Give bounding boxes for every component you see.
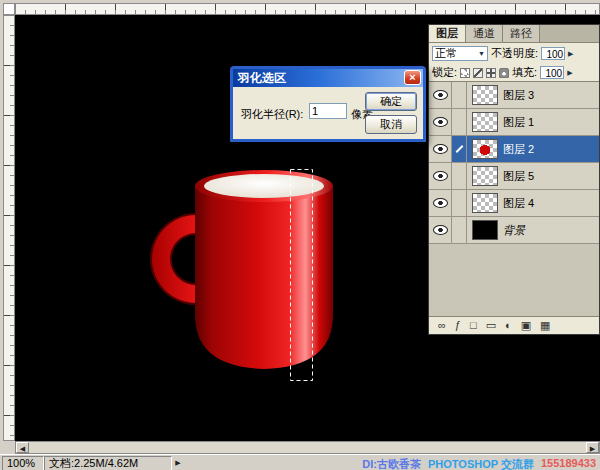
chevron-down-icon: ▼	[478, 50, 485, 57]
layer-thumbnail[interactable]	[472, 112, 498, 132]
blend-mode-value: 正常	[435, 46, 457, 61]
lock-transparency-icon[interactable]	[460, 68, 470, 78]
eye-icon	[433, 90, 448, 100]
lock-position-icon[interactable]	[486, 68, 496, 78]
panel-tabs: 图层 通道 路径	[429, 25, 599, 43]
visibility-cell[interactable]	[429, 136, 452, 162]
layer-thumbnail[interactable]	[472, 85, 498, 105]
layer-row[interactable]: 图层 1	[429, 109, 599, 136]
close-icon[interactable]: ×	[404, 70, 421, 85]
new-layer-icon[interactable]: ▣	[521, 318, 531, 333]
layer-row[interactable]: 背景	[429, 217, 599, 244]
fill-label: 填充:	[512, 65, 537, 80]
layer-row[interactable]: 图层 2	[429, 136, 599, 163]
dialog-titlebar[interactable]: 羽化选区 ×	[233, 69, 423, 87]
link-cell[interactable]	[452, 217, 467, 243]
dialog-body: 羽化半径(R): 像素 确定 取消	[233, 87, 423, 139]
layer-name: 图层 1	[503, 115, 534, 130]
eye-icon	[433, 144, 448, 154]
watermark-part: 155189433	[541, 457, 596, 470]
watermark-part: DI:古欧香茶	[362, 457, 421, 470]
adjustment-layer-icon[interactable]: ◐	[505, 318, 512, 333]
cancel-button[interactable]: 取消	[365, 115, 417, 134]
layer-thumbnail[interactable]	[472, 220, 498, 240]
panel-tab[interactable]: 通道	[466, 25, 503, 42]
layer-name: 背景	[503, 223, 525, 238]
opacity-value[interactable]: 100	[541, 47, 565, 60]
watermark-text: DI:古欧香茶 PHOTOSHOP 交流群 155189433	[362, 457, 596, 470]
link-cell[interactable]	[452, 136, 467, 162]
new-group-icon[interactable]: ▭	[486, 318, 496, 333]
status-bar: 100% 文档:2.25M/4.62M ▶ DI:古欧香茶 PHOTOSHOP …	[0, 454, 600, 470]
delete-layer-icon[interactable]: ▦	[540, 318, 550, 333]
layer-name: 图层 4	[503, 196, 534, 211]
lock-pixels-icon[interactable]	[473, 68, 483, 78]
link-cell[interactable]	[452, 109, 467, 135]
vertical-ruler[interactable]	[3, 15, 15, 441]
feather-radius-input[interactable]	[309, 103, 347, 119]
panel-tab[interactable]: 图层	[429, 25, 466, 42]
link-cell[interactable]	[452, 163, 467, 189]
eye-icon	[433, 171, 448, 181]
panel-tab[interactable]: 路径	[503, 25, 540, 42]
visibility-cell[interactable]	[429, 109, 452, 135]
eye-icon	[433, 225, 448, 235]
visibility-cell[interactable]	[429, 190, 452, 216]
layer-row[interactable]: 图层 4	[429, 190, 599, 217]
paintbrush-icon	[455, 145, 463, 153]
visibility-cell[interactable]	[429, 217, 452, 243]
dialog-title: 羽化选区	[238, 70, 286, 87]
eye-icon	[433, 198, 448, 208]
lock-all-icon[interactable]	[499, 68, 509, 78]
ruler-corner	[3, 3, 15, 15]
visibility-cell[interactable]	[429, 163, 452, 189]
watermark-part: PHOTOSHOP 交流群	[428, 457, 534, 470]
layer-row[interactable]: 图层 3	[429, 82, 599, 109]
panel-bottom-bar: ∞ ƒ □ ▭ ◐ ▣ ▦	[429, 316, 599, 334]
layer-thumbnail[interactable]	[472, 139, 498, 159]
mug-interior	[204, 174, 324, 198]
opacity-label: 不透明度:	[491, 46, 538, 61]
blend-row: 正常 ▼ 不透明度: 100 ▶	[429, 43, 599, 64]
horizontal-scrollbar[interactable]: ◀ ▶	[15, 441, 600, 454]
link-layers-icon[interactable]: ∞	[438, 318, 446, 333]
horizontal-ruler[interactable]	[15, 3, 600, 15]
feather-radius-label: 羽化半径(R):	[241, 107, 303, 122]
layer-name: 图层 3	[503, 88, 534, 103]
status-menu-icon[interactable]: ▶	[172, 457, 184, 469]
fill-value[interactable]: 100	[540, 66, 564, 79]
layer-name: 图层 2	[503, 142, 534, 157]
fill-popup-icon[interactable]: ▶	[567, 69, 572, 77]
blend-mode-select[interactable]: 正常 ▼	[432, 46, 488, 61]
opacity-popup-icon[interactable]: ▶	[568, 50, 573, 58]
eye-icon	[433, 117, 448, 127]
scroll-right-icon[interactable]: ▶	[586, 442, 599, 453]
zoom-level-field[interactable]: 100%	[2, 456, 44, 470]
link-cell[interactable]	[452, 190, 467, 216]
visibility-cell[interactable]	[429, 82, 452, 108]
scroll-left-icon[interactable]: ◀	[16, 442, 29, 453]
layer-style-icon[interactable]: ƒ	[455, 318, 461, 333]
layers-panel: 图层 通道 路径 正常 ▼ 不透明度: 100 ▶ 锁定: 填充: 100 ▶	[428, 24, 600, 335]
layer-thumbnail[interactable]	[472, 166, 498, 186]
document-size-info[interactable]: 文档:2.25M/4.62M	[44, 456, 172, 470]
layer-list: 图层 3 图层 1 图层	[429, 82, 599, 321]
layer-name: 图层 5	[503, 169, 534, 184]
link-cell[interactable]	[452, 82, 467, 108]
ok-button[interactable]: 确定	[365, 92, 417, 111]
lock-label: 锁定:	[432, 65, 457, 80]
layer-thumbnail[interactable]	[472, 193, 498, 213]
lock-row: 锁定: 填充: 100 ▶	[429, 64, 599, 82]
layer-row[interactable]: 图层 5	[429, 163, 599, 190]
feather-dialog: 羽化选区 × 羽化半径(R): 像素 确定 取消	[230, 66, 426, 142]
layer-mask-icon[interactable]: □	[470, 318, 477, 333]
